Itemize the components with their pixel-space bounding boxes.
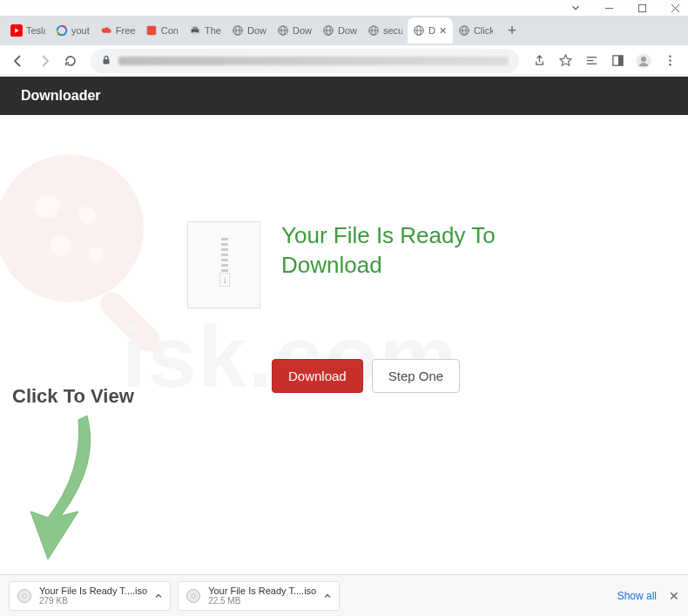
download-size: 22.5 MB bbox=[208, 596, 316, 606]
tab-7[interactable]: Dow bbox=[317, 17, 362, 44]
profile-avatar[interactable] bbox=[632, 50, 655, 72]
step-one-button[interactable]: Step One bbox=[372, 359, 460, 393]
svg-point-46 bbox=[23, 594, 26, 598]
chevron-up-icon[interactable] bbox=[323, 588, 332, 604]
tab-4[interactable]: The bbox=[184, 17, 226, 44]
svg-point-35 bbox=[641, 57, 646, 62]
show-all-downloads[interactable]: Show all bbox=[617, 590, 657, 602]
tab-favicon bbox=[368, 24, 380, 37]
click-to-view-text: Click To View bbox=[12, 385, 134, 408]
tab-favicon bbox=[100, 24, 112, 37]
url-text bbox=[118, 57, 509, 65]
tab-favicon bbox=[413, 24, 425, 37]
tab-title: Con bbox=[161, 25, 179, 36]
page-title: Downloader bbox=[21, 88, 101, 104]
tab-title: Dow bbox=[247, 25, 266, 36]
tab-favicon bbox=[56, 24, 68, 37]
side-panel-icon[interactable] bbox=[580, 50, 603, 72]
arrow-down-icon bbox=[17, 411, 113, 572]
tab-6[interactable]: Dow bbox=[272, 17, 317, 44]
tab-9[interactable]: D✕ bbox=[408, 17, 453, 44]
page-header: Downloader bbox=[0, 77, 688, 115]
svg-point-42 bbox=[51, 235, 71, 256]
extensions-icon[interactable] bbox=[606, 50, 629, 72]
tab-10[interactable]: Click bbox=[453, 17, 498, 44]
svg-point-48 bbox=[192, 594, 195, 598]
svg-rect-1 bbox=[638, 4, 645, 11]
svg-point-38 bbox=[669, 64, 671, 65]
window-maximize[interactable] bbox=[636, 2, 648, 14]
bookmark-icon[interactable] bbox=[554, 50, 577, 72]
tab-title: D bbox=[428, 25, 435, 36]
tab-favicon bbox=[458, 24, 470, 37]
svg-rect-8 bbox=[192, 27, 197, 30]
svg-point-37 bbox=[669, 59, 671, 61]
window-close[interactable] bbox=[669, 2, 681, 14]
page-body: isk.com Your File Is Ready To Download D… bbox=[0, 115, 688, 574]
tab-favicon bbox=[189, 24, 201, 37]
tab-favicon bbox=[145, 24, 158, 37]
svg-rect-44 bbox=[95, 287, 165, 356]
tab-strip: TeslayoutFreeConTheDowDowDowsecuD✕Click … bbox=[0, 16, 688, 45]
tab-title: The bbox=[205, 25, 221, 36]
download-item-0[interactable]: Your File Is Ready T....iso279 KB bbox=[9, 581, 171, 611]
new-tab-button[interactable]: + bbox=[500, 18, 524, 43]
address-bar[interactable] bbox=[91, 49, 519, 73]
svg-point-36 bbox=[669, 56, 671, 58]
svg-point-41 bbox=[78, 206, 96, 224]
tab-5[interactable]: Dow bbox=[226, 17, 272, 44]
tab-1[interactable]: yout bbox=[51, 17, 95, 44]
tab-close-icon[interactable]: ✕ bbox=[439, 25, 448, 37]
svg-rect-28 bbox=[104, 59, 110, 64]
tab-title: Click bbox=[474, 25, 493, 36]
tab-title: yout bbox=[71, 25, 90, 36]
tab-title: Tesla bbox=[26, 25, 45, 36]
tab-3[interactable]: Con bbox=[140, 17, 184, 44]
svg-rect-9 bbox=[192, 32, 197, 35]
window-minimize[interactable] bbox=[603, 2, 615, 14]
download-name: Your File Is Ready T....iso bbox=[39, 586, 147, 596]
zip-file-icon bbox=[187, 221, 260, 308]
tab-title: Free bbox=[116, 25, 135, 36]
tab-title: secu bbox=[383, 25, 402, 36]
toolbar bbox=[0, 45, 688, 77]
tab-title: Dow bbox=[338, 25, 357, 36]
downloads-bar: Your File Is Ready T....iso279 KBYour Fi… bbox=[0, 574, 688, 616]
tab-2[interactable]: Free bbox=[95, 17, 140, 44]
disc-icon bbox=[17, 588, 32, 604]
download-button[interactable]: Download bbox=[272, 359, 363, 393]
share-icon[interactable] bbox=[528, 50, 550, 72]
download-size: 279 KB bbox=[39, 596, 147, 606]
headline-text: Your File Is Ready To Download bbox=[281, 221, 525, 281]
svg-rect-33 bbox=[617, 56, 622, 65]
tab-0[interactable]: Tesla bbox=[5, 17, 51, 44]
tab-title: Dow bbox=[293, 25, 312, 36]
menu-icon[interactable] bbox=[658, 50, 681, 72]
reload-button[interactable] bbox=[59, 50, 82, 72]
svg-rect-6 bbox=[147, 26, 157, 36]
chevron-up-icon[interactable] bbox=[154, 588, 163, 604]
svg-point-39 bbox=[0, 154, 144, 302]
tab-favicon bbox=[232, 24, 244, 37]
tab-8[interactable]: secu bbox=[362, 17, 408, 44]
tab-favicon bbox=[10, 24, 23, 37]
window-switch-desktop[interactable] bbox=[570, 2, 582, 14]
forward-button[interactable] bbox=[33, 50, 56, 72]
download-item-1[interactable]: Your File Is Ready T....iso22.5 MB bbox=[178, 581, 340, 611]
tab-favicon bbox=[277, 24, 289, 37]
close-downloads-bar[interactable]: ✕ bbox=[669, 589, 679, 603]
download-name: Your File Is Ready T....iso bbox=[208, 586, 316, 596]
svg-point-43 bbox=[89, 247, 103, 261]
lock-icon bbox=[101, 53, 111, 69]
disc-icon bbox=[185, 588, 201, 604]
svg-point-40 bbox=[36, 194, 60, 219]
back-button[interactable] bbox=[7, 50, 30, 72]
tab-favicon bbox=[322, 24, 334, 37]
